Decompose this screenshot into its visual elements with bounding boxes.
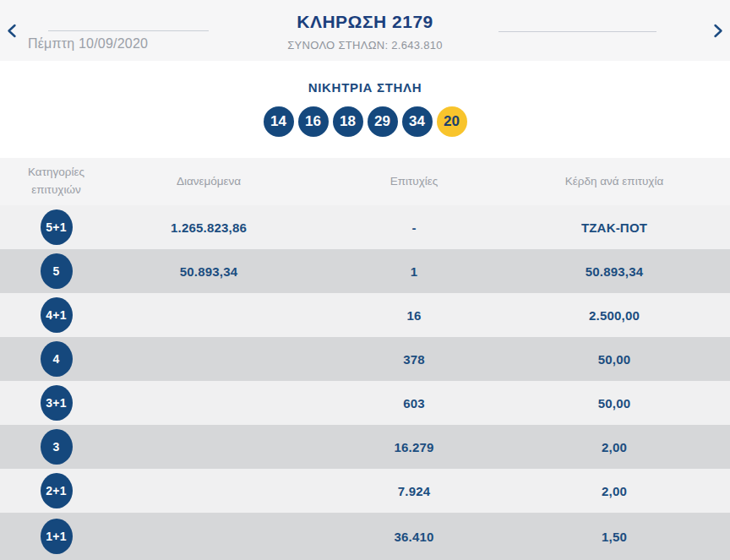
winning-number-ball: 16 bbox=[298, 106, 329, 137]
joker-draw-results-page: Πέμπτη 10/09/2020 ΚΛΗΡΩΣΗ 2179 ΣΥΝΟΛΟ ΣΤ… bbox=[0, 0, 730, 560]
column-header-distributed: Διανεμόμενα bbox=[112, 173, 305, 191]
category-badge: 5 bbox=[41, 253, 73, 289]
category-cell: 4 bbox=[0, 341, 112, 377]
winners-cell: 16 bbox=[305, 308, 523, 323]
table-row: 3+1 603 50,00 bbox=[0, 381, 730, 425]
chevron-right-icon bbox=[713, 24, 723, 38]
winning-number-ball: 14 bbox=[264, 106, 294, 137]
category-cell: 5+1 bbox=[0, 209, 112, 245]
category-cell: 1+1 bbox=[0, 519, 112, 554]
category-badge: 1+1 bbox=[41, 519, 73, 554]
prize-tiers-table: Κατηγορίες επιτυχιών Διανεμόμενα Επιτυχί… bbox=[0, 158, 730, 560]
category-cell: 2+1 bbox=[0, 473, 112, 508]
table-header-row: Κατηγορίες επιτυχιών Διανεμόμενα Επιτυχί… bbox=[0, 158, 730, 205]
winning-number-ball: 34 bbox=[402, 106, 433, 137]
category-badge: 4+1 bbox=[41, 297, 73, 333]
table-row: 2+1 7.924 2,00 bbox=[0, 469, 730, 513]
category-badge: 2+1 bbox=[41, 473, 73, 508]
winners-cell: 16.279 bbox=[305, 440, 523, 454]
winning-column-section: ΝΙΚΗΤΡΙΑ ΣΤΗΛΗ 14 16 18 29 34 20 bbox=[0, 61, 730, 158]
winning-number-ball: 18 bbox=[333, 106, 363, 137]
prize-cell: 1,50 bbox=[523, 530, 705, 544]
table-row: 4 378 50,00 bbox=[0, 337, 730, 381]
category-badge: 5+1 bbox=[41, 209, 73, 245]
table-row: 5+1 1.265.823,86 - ΤΖΑΚ-ΠΟΤ bbox=[0, 205, 730, 249]
prize-cell: 50,00 bbox=[523, 396, 705, 410]
winning-number-ball: 29 bbox=[368, 106, 398, 137]
divider-line-right bbox=[498, 31, 656, 32]
category-cell: 3+1 bbox=[0, 385, 112, 421]
table-row: 3 16.279 2,00 bbox=[0, 425, 730, 469]
column-header-winners: Επιτυχίες bbox=[305, 173, 523, 191]
joker-number-ball: 20 bbox=[437, 106, 467, 137]
prize-cell: 2.500,00 bbox=[523, 308, 705, 323]
winners-cell: - bbox=[305, 220, 523, 235]
table-row: 1+1 36.410 1,50 bbox=[0, 513, 730, 560]
winning-numbers: 14 16 18 29 34 20 bbox=[0, 106, 730, 137]
winners-cell: 7.924 bbox=[305, 484, 523, 498]
category-cell: 3 bbox=[0, 429, 112, 465]
column-header-categories: Κατηγορίες επιτυχιών bbox=[0, 164, 112, 199]
prize-cell: 50,00 bbox=[523, 352, 705, 367]
category-badge: 3 bbox=[41, 429, 73, 465]
category-cell: 5 bbox=[0, 253, 112, 289]
winners-cell: 603 bbox=[305, 396, 523, 410]
draw-title: ΚΛΗΡΩΣΗ 2179 bbox=[0, 12, 730, 32]
prize-cell: ΤΖΑΚ-ΠΟΤ bbox=[523, 220, 705, 235]
winners-cell: 378 bbox=[305, 352, 523, 367]
category-cell: 4+1 bbox=[0, 297, 112, 333]
category-badge: 4 bbox=[41, 341, 73, 377]
prize-cell: 50.893,34 bbox=[523, 264, 705, 279]
distributed-cell: 50.893,34 bbox=[112, 264, 305, 279]
winning-column-title: ΝΙΚΗΤΡΙΑ ΣΤΗΛΗ bbox=[0, 80, 730, 95]
table-row: 4+1 16 2.500,00 bbox=[0, 293, 730, 337]
winners-cell: 36.410 bbox=[305, 530, 523, 544]
winners-cell: 1 bbox=[305, 264, 523, 279]
next-draw-button[interactable] bbox=[710, 20, 727, 41]
divider-right-block bbox=[498, 31, 656, 32]
category-badge: 3+1 bbox=[41, 385, 73, 421]
total-columns-label: ΣΥΝΟΛΟ ΣΤΗΛΩΝ: 2.643.810 bbox=[0, 39, 730, 52]
table-row: 5 50.893,34 1 50.893,34 bbox=[0, 249, 730, 293]
prize-cell: 2,00 bbox=[523, 484, 705, 498]
prize-cell: 2,00 bbox=[523, 440, 705, 454]
column-header-prize: Κέρδη ανά επιτυχία bbox=[523, 173, 705, 191]
distributed-cell: 1.265.823,86 bbox=[112, 220, 305, 235]
draw-header-bar: Πέμπτη 10/09/2020 ΚΛΗΡΩΣΗ 2179 ΣΥΝΟΛΟ ΣΤ… bbox=[0, 0, 730, 61]
